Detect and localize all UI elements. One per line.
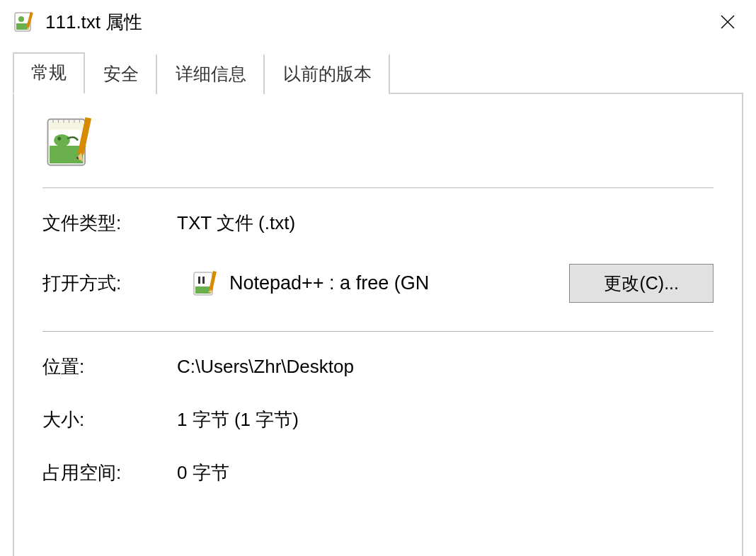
tab-security[interactable]: 安全 [85, 54, 157, 94]
svg-rect-8 [50, 121, 84, 130]
general-panel: 文件类型: TXT 文件 (.txt) 打开方式: Notepad++ : a … [13, 94, 743, 556]
divider [42, 187, 714, 188]
svg-point-16 [54, 134, 70, 147]
window-title: 111.txt 属性 [45, 10, 142, 35]
svg-rect-24 [202, 277, 205, 284]
file-type-label: 文件类型: [42, 211, 177, 236]
file-type-value: TXT 文件 (.txt) [177, 211, 714, 236]
row-size: 大小: 1 字节 (1 字节) [42, 407, 714, 432]
tab-previous-versions[interactable]: 以前的版本 [265, 54, 390, 94]
notepad-plus-plus-icon [191, 270, 219, 298]
row-open-with: 打开方式: Notepad++ : a free (GN 更改(C)... [42, 264, 714, 303]
location-value: C:\Users\Zhr\Desktop [177, 356, 714, 378]
row-location: 位置: C:\Users\Zhr\Desktop [42, 354, 714, 379]
tabs: 常规 安全 详细信息 以前的版本 [13, 52, 743, 94]
divider [42, 331, 714, 332]
close-icon [719, 13, 736, 30]
svg-point-2 [18, 16, 24, 22]
tab-general[interactable]: 常规 [13, 52, 85, 94]
content: 常规 安全 详细信息 以前的版本 [0, 44, 756, 556]
close-button[interactable] [712, 6, 743, 37]
file-icon-large [42, 114, 99, 170]
open-with-value: Notepad++ : a free (GN [191, 270, 555, 298]
size-value: 1 字节 (1 字节) [177, 407, 714, 432]
open-with-label: 打开方式: [42, 271, 177, 296]
svg-rect-23 [198, 277, 200, 284]
open-with-app: Notepad++ : a free (GN [229, 272, 429, 294]
size-label: 大小: [42, 407, 177, 432]
titlebar: 111.txt 属性 [0, 0, 756, 44]
file-icon [13, 11, 35, 33]
svg-point-17 [57, 137, 61, 141]
svg-rect-15 [50, 146, 84, 163]
svg-rect-22 [195, 286, 211, 294]
titlebar-left: 111.txt 属性 [13, 10, 142, 35]
row-file-type: 文件类型: TXT 文件 (.txt) [42, 211, 714, 236]
location-label: 位置: [42, 354, 177, 379]
size-on-disk-value: 0 字节 [177, 461, 714, 485]
change-button[interactable]: 更改(C)... [569, 264, 714, 303]
size-on-disk-label: 占用空间: [42, 461, 177, 485]
row-size-on-disk: 占用空间: 0 字节 [42, 461, 714, 485]
tab-details[interactable]: 详细信息 [157, 54, 265, 94]
